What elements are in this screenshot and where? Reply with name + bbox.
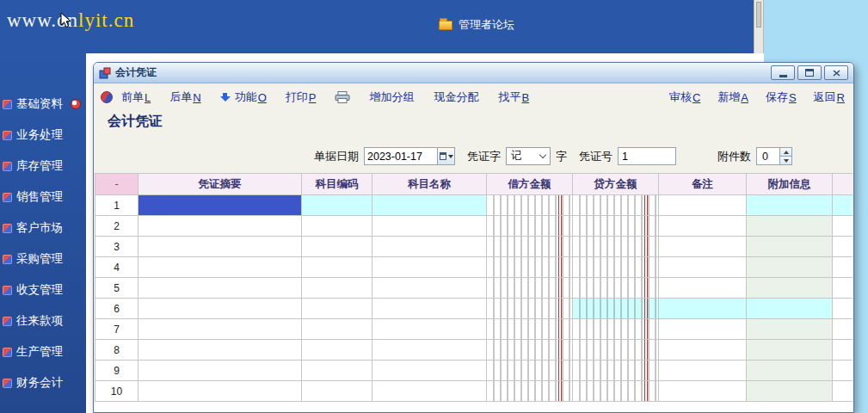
cell-memo[interactable]: [659, 319, 747, 340]
cell-credit[interactable]: [573, 195, 659, 216]
header-memo[interactable]: 备注: [659, 174, 747, 195]
cell-extra-info[interactable]: [747, 216, 833, 237]
cell-clipped[interactable]: [833, 237, 853, 257]
cell-subject-code[interactable]: [302, 257, 372, 278]
cell-credit[interactable]: [573, 319, 659, 340]
cell-clipped[interactable]: [833, 278, 853, 299]
cell-memo[interactable]: [659, 195, 747, 216]
attachments-value[interactable]: 0: [757, 148, 779, 164]
cell-subject-name[interactable]: [372, 381, 487, 402]
cell-clipped[interactable]: [833, 381, 853, 402]
header-extra-info[interactable]: 附加信息: [747, 174, 833, 195]
cell-memo[interactable]: [659, 361, 747, 381]
voucher-word-select[interactable]: 记: [506, 147, 551, 165]
voucher-no-input[interactable]: [618, 147, 676, 165]
sidebar-item-income-expense[interactable]: 收支管理: [0, 280, 86, 299]
forum-link[interactable]: 管理者论坛: [439, 17, 514, 33]
cell-extra-info[interactable]: [747, 257, 833, 278]
cell-clipped[interactable]: [833, 216, 853, 237]
cell-credit[interactable]: [573, 237, 659, 257]
cell-subject-name[interactable]: [372, 319, 487, 340]
scrollbar-thumb[interactable]: [756, 2, 761, 28]
row-number[interactable]: 2: [95, 216, 139, 237]
toolbar-item-add-group[interactable]: 增加分组: [369, 89, 415, 105]
row-number[interactable]: 8: [95, 340, 139, 361]
cell-subject-code[interactable]: [302, 278, 372, 299]
cell-subject-code[interactable]: [302, 237, 372, 257]
row-number[interactable]: 5: [95, 278, 139, 299]
cell-memo[interactable]: [659, 237, 747, 257]
sidebar-item-production-management[interactable]: 生产管理: [0, 342, 86, 361]
cell-subject-code[interactable]: [302, 361, 372, 381]
cell-memo[interactable]: [659, 299, 747, 319]
cell-subject-code[interactable]: [302, 340, 372, 361]
minimize-button[interactable]: [771, 65, 795, 80]
cell-debit[interactable]: [487, 299, 573, 319]
header-clipped[interactable]: [833, 174, 853, 195]
cell-summary[interactable]: [139, 278, 302, 299]
cell-subject-name[interactable]: [372, 299, 487, 319]
cell-debit[interactable]: [487, 257, 573, 278]
cell-summary[interactable]: [139, 319, 302, 340]
header-subject-name[interactable]: 科目名称: [372, 174, 487, 195]
close-button[interactable]: [824, 65, 848, 80]
cell-subject-code[interactable]: [302, 319, 372, 340]
sidebar-item-financial-accounting[interactable]: 财务会计: [0, 373, 86, 392]
cell-summary[interactable]: [139, 195, 302, 216]
cell-credit[interactable]: [573, 340, 659, 361]
cell-extra-info[interactable]: [747, 381, 833, 402]
cell-credit[interactable]: [573, 361, 659, 381]
cell-credit[interactable]: [573, 257, 659, 278]
cell-debit[interactable]: [487, 195, 573, 216]
row-number[interactable]: 1: [95, 195, 139, 216]
row-number[interactable]: 4: [95, 257, 139, 278]
sidebar-item-current-accounts[interactable]: 往来款项: [0, 311, 86, 330]
printer-button[interactable]: [335, 91, 350, 103]
cell-subject-code[interactable]: [302, 299, 372, 319]
cell-subject-name[interactable]: [372, 257, 487, 278]
pin-icon[interactable]: [71, 99, 81, 109]
combo-dropdown-button[interactable]: [536, 155, 550, 157]
cell-subject-name[interactable]: [372, 237, 487, 257]
toolbar-item-print[interactable]: 打印P: [286, 89, 317, 105]
cell-subject-name[interactable]: [372, 340, 487, 361]
spinner-up-button[interactable]: [780, 148, 791, 157]
cell-extra-info[interactable]: [747, 361, 833, 381]
cell-summary[interactable]: [139, 299, 302, 319]
toolbar-item-audit[interactable]: 审核C: [669, 89, 700, 105]
sidebar-item-business-processing[interactable]: 业务处理: [0, 126, 86, 145]
cell-credit[interactable]: [573, 299, 659, 319]
header-debit-amount[interactable]: 借方金额: [487, 174, 573, 195]
cell-summary[interactable]: [139, 340, 302, 361]
toolbar-item-return[interactable]: 返回R: [814, 89, 845, 105]
cell-extra-info[interactable]: [747, 237, 833, 257]
header-summary[interactable]: 凭证摘要: [139, 174, 302, 195]
cell-summary[interactable]: [139, 216, 302, 237]
sidebar-item-basic-data[interactable]: 基础资料: [0, 95, 86, 114]
cell-extra-info[interactable]: [747, 278, 833, 299]
cell-credit[interactable]: [573, 216, 659, 237]
cell-debit[interactable]: [487, 237, 573, 257]
cell-subject-name[interactable]: [372, 216, 487, 237]
cell-debit[interactable]: [487, 340, 573, 361]
toolbar-item-next-doc[interactable]: 后单N: [169, 89, 200, 105]
toolbar-item-prev-doc[interactable]: 前单L: [121, 89, 151, 105]
cell-subject-code[interactable]: [302, 216, 372, 237]
header-credit-amount[interactable]: 贷方金额: [573, 174, 659, 195]
cell-debit[interactable]: [487, 319, 573, 340]
cell-extra-info[interactable]: [747, 195, 833, 216]
cell-debit[interactable]: [487, 216, 573, 237]
cell-subject-name[interactable]: [372, 278, 487, 299]
header-subject-code[interactable]: 科目编码: [302, 174, 372, 195]
cell-subject-name[interactable]: [372, 195, 487, 216]
cell-memo[interactable]: [659, 340, 747, 361]
row-number[interactable]: 6: [95, 299, 139, 319]
cell-subject-code[interactable]: [302, 381, 372, 402]
cell-summary[interactable]: [139, 361, 302, 381]
date-input[interactable]: [365, 148, 437, 164]
sidebar-item-sales-management[interactable]: 销售管理: [0, 188, 86, 206]
toolbar-item-balance[interactable]: 找平B: [498, 89, 529, 105]
sidebar-item-purchasing-management[interactable]: 采购管理: [0, 250, 86, 268]
window-titlebar[interactable]: 会计凭证: [94, 63, 853, 83]
cell-clipped[interactable]: [833, 299, 853, 319]
